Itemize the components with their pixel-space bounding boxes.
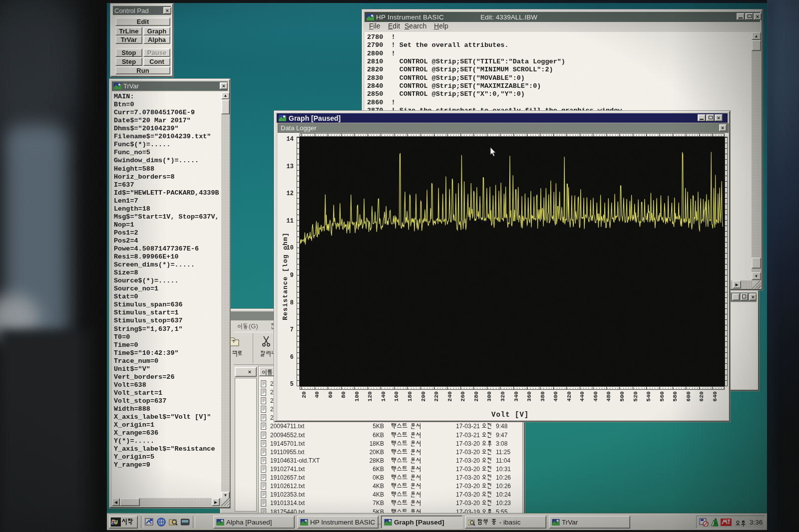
svg-text:480: 480: [605, 391, 612, 402]
svg-text:260: 260: [459, 391, 466, 402]
svg-text:80: 80: [340, 391, 347, 398]
svg-text:340: 340: [513, 391, 519, 402]
svg-text:200: 200: [420, 391, 426, 402]
svg-text:600: 600: [685, 391, 692, 402]
svg-text:100: 100: [354, 391, 360, 402]
svg-text:520: 520: [632, 391, 639, 402]
svg-text:240: 240: [446, 391, 453, 402]
svg-text:640: 640: [712, 391, 718, 402]
svg-text:440: 440: [579, 391, 585, 402]
svg-text:300: 300: [486, 391, 492, 402]
svg-text:40: 40: [314, 391, 320, 398]
svg-text:620: 620: [698, 391, 705, 402]
svg-text:20: 20: [301, 391, 307, 398]
svg-text:580: 580: [672, 391, 678, 402]
svg-text:460: 460: [592, 391, 599, 402]
svg-text:500: 500: [619, 391, 625, 402]
svg-text:400: 400: [552, 391, 559, 402]
svg-text:320: 320: [499, 391, 506, 402]
svg-text:280: 280: [473, 391, 479, 402]
svg-text:60: 60: [327, 391, 334, 398]
svg-text:420: 420: [566, 391, 572, 402]
svg-text:540: 540: [645, 391, 652, 402]
svg-text:160: 160: [393, 391, 400, 402]
svg-text:220: 220: [433, 391, 439, 402]
svg-text:560: 560: [659, 391, 665, 402]
svg-text:380: 380: [539, 391, 546, 402]
svg-text:180: 180: [406, 391, 413, 402]
svg-text:360: 360: [526, 391, 532, 402]
svg-text:140: 140: [380, 391, 387, 402]
svg-text:120: 120: [367, 391, 373, 402]
